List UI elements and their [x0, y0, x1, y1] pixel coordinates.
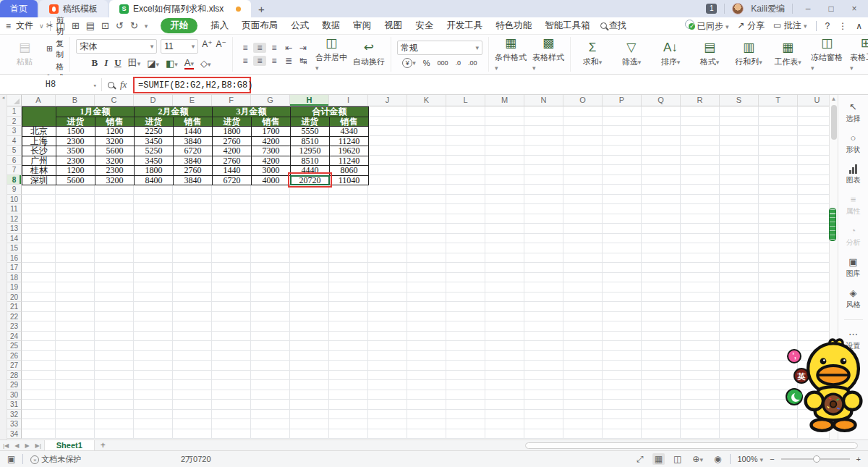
cell[interactable]: [212, 243, 251, 253]
cell[interactable]: [759, 175, 798, 185]
cell[interactable]: [485, 282, 524, 293]
cell[interactable]: [446, 195, 485, 205]
first-sheet-icon[interactable]: |◀: [0, 442, 12, 449]
cell[interactable]: [173, 185, 212, 195]
row-header-9[interactable]: 9: [7, 185, 22, 195]
copy-button[interactable]: ⊞复制: [46, 38, 64, 60]
file-menu[interactable]: 文件: [16, 20, 33, 32]
筛选-button[interactable]: ▽筛选▾: [616, 41, 647, 67]
cell[interactable]: [720, 332, 759, 342]
cell[interactable]: [681, 156, 720, 166]
cell[interactable]: [446, 332, 485, 342]
cell[interactable]: [642, 146, 681, 156]
decrease-indent-icon[interactable]: ⇤: [285, 43, 292, 53]
table-data-cell[interactable]: 1700: [252, 127, 291, 137]
cell[interactable]: [446, 429, 485, 439]
cell[interactable]: [134, 332, 173, 342]
cell[interactable]: [173, 243, 212, 253]
cell[interactable]: [95, 195, 134, 205]
cell[interactable]: [642, 126, 681, 136]
cell[interactable]: [563, 165, 603, 175]
cell[interactable]: [446, 321, 485, 332]
cell[interactable]: [446, 136, 485, 146]
duck-mascot-overlay[interactable]: ’, 英: [781, 332, 868, 437]
justify-icon[interactable]: ≣: [285, 56, 292, 66]
cell[interactable]: [22, 234, 56, 244]
cell[interactable]: [329, 429, 368, 439]
cell[interactable]: [22, 273, 56, 283]
cell[interactable]: [329, 341, 368, 351]
print-icon[interactable]: ▤: [86, 20, 95, 31]
cell[interactable]: [95, 185, 134, 195]
row-header-18[interactable]: 18: [7, 273, 22, 283]
cell[interactable]: [329, 390, 368, 400]
cell[interactable]: [720, 371, 759, 381]
cell[interactable]: [642, 156, 681, 166]
row-header-19[interactable]: 19: [7, 282, 22, 293]
cell[interactable]: [212, 273, 251, 283]
plugin-indicator[interactable]: [829, 208, 836, 241]
cell[interactable]: [485, 106, 524, 117]
cell[interactable]: [407, 106, 446, 117]
cell[interactable]: [642, 185, 681, 195]
cell[interactable]: [329, 332, 368, 342]
cell[interactable]: [681, 243, 720, 253]
cell[interactable]: [251, 380, 290, 390]
cell[interactable]: [563, 321, 603, 332]
cell[interactable]: [524, 419, 563, 429]
cell[interactable]: [681, 302, 720, 312]
cell[interactable]: [407, 400, 446, 410]
cell[interactable]: [329, 282, 368, 293]
cell[interactable]: [563, 361, 603, 371]
cell[interactable]: [446, 263, 485, 273]
table-data-cell[interactable]: 5600: [95, 146, 135, 156]
cell[interactable]: [446, 243, 485, 253]
cell[interactable]: [446, 410, 485, 420]
cell[interactable]: [720, 146, 759, 156]
menu-tab-1[interactable]: 开始: [161, 18, 197, 33]
cell[interactable]: [563, 351, 603, 361]
cell[interactable]: [290, 293, 329, 303]
menu-tab-8[interactable]: 安全: [415, 20, 433, 32]
paint-bucket-icon[interactable]: ◧▾: [166, 58, 178, 69]
cell[interactable]: [642, 429, 681, 439]
cell[interactable]: [720, 429, 759, 439]
cell[interactable]: [368, 390, 407, 400]
cell[interactable]: [212, 380, 251, 390]
cell[interactable]: [798, 156, 829, 166]
cell[interactable]: [329, 185, 368, 195]
cell[interactable]: [681, 321, 720, 332]
table-data-cell[interactable]: 7300: [252, 146, 291, 156]
row-header-27[interactable]: 27: [7, 361, 22, 371]
cell[interactable]: [134, 312, 173, 322]
cell[interactable]: [251, 361, 290, 371]
cell[interactable]: [368, 293, 407, 303]
table-data-cell[interactable]: 6720: [174, 146, 213, 156]
cell[interactable]: [329, 302, 368, 312]
cell[interactable]: [446, 351, 485, 361]
cell[interactable]: [759, 195, 798, 205]
cell[interactable]: [368, 253, 407, 264]
cell[interactable]: [485, 165, 524, 175]
cell[interactable]: [368, 429, 407, 439]
menu-tab-2[interactable]: 插入: [210, 20, 229, 32]
cell[interactable]: [524, 332, 563, 342]
cell[interactable]: [446, 419, 485, 429]
cell[interactable]: [407, 243, 446, 253]
cell[interactable]: [329, 224, 368, 234]
row-header-20[interactable]: 20: [7, 293, 22, 303]
table-data-cell[interactable]: 1200: [56, 166, 95, 176]
cell[interactable]: [603, 390, 642, 400]
cell[interactable]: [485, 204, 524, 214]
cell[interactable]: [446, 117, 485, 127]
cell[interactable]: [642, 351, 681, 361]
table-data-cell[interactable]: 1800: [213, 127, 252, 137]
cell[interactable]: [603, 224, 642, 234]
cell[interactable]: [173, 312, 212, 322]
sidebar-item-图库[interactable]: ▣图库: [846, 257, 861, 279]
cell[interactable]: [134, 253, 173, 264]
cell[interactable]: [524, 146, 563, 156]
cell[interactable]: [720, 185, 759, 195]
cell[interactable]: [251, 243, 290, 253]
cell[interactable]: [524, 253, 563, 264]
